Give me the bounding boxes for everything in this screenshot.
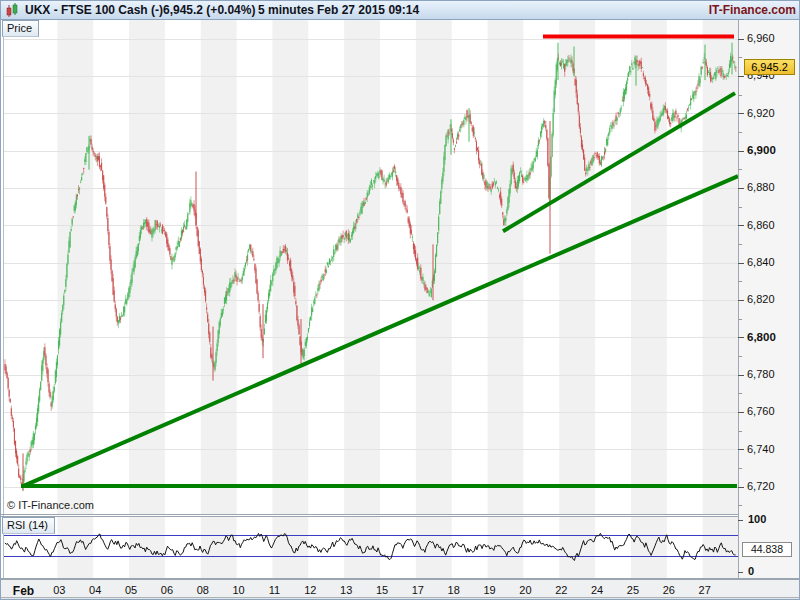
x-axis-label-06: 06 bbox=[161, 584, 173, 596]
y-axis-label-6780: 6,780 bbox=[747, 368, 797, 380]
y-axis-label-6860: 6,860 bbox=[747, 219, 797, 231]
copyright-watermark: © IT-Finance.com bbox=[7, 499, 94, 511]
x-axis-label-22: 22 bbox=[555, 584, 567, 596]
y-axis-label-6840: 6,840 bbox=[747, 256, 797, 268]
y-axis-label-6960: 6,960 bbox=[747, 32, 797, 44]
last-price-marker: 6,945.2 bbox=[744, 59, 795, 75]
x-axis-label-11: 11 bbox=[269, 584, 280, 596]
x-axis-label-15: 15 bbox=[376, 584, 388, 596]
y-axis-label-6820: 6,820 bbox=[747, 293, 797, 305]
x-axis-label-24: 24 bbox=[591, 584, 603, 596]
x-axis-label-12: 12 bbox=[304, 584, 316, 596]
x-axis-label-08: 08 bbox=[197, 584, 209, 596]
y-axis-label-6880: 6,880 bbox=[747, 181, 797, 193]
x-axis-label-20: 20 bbox=[519, 584, 531, 596]
x-axis-label-10: 10 bbox=[232, 584, 244, 596]
x-axis-label-13: 13 bbox=[340, 584, 352, 596]
x-axis-label-25: 25 bbox=[627, 584, 639, 596]
x-axis-label-04: 04 bbox=[89, 584, 101, 596]
x-axis-label-feb: Feb bbox=[13, 584, 34, 598]
y-axis-label-6720: 6,720 bbox=[747, 480, 797, 492]
y-axis-label-6800: 6,800 bbox=[747, 331, 797, 343]
x-axis-label-18: 18 bbox=[448, 584, 460, 596]
x-axis-label-05: 05 bbox=[125, 584, 137, 596]
y-axis-label-6760: 6,760 bbox=[747, 405, 797, 417]
y-axis-label-6920: 6,920 bbox=[747, 107, 797, 119]
x-axis-label-03: 03 bbox=[53, 584, 65, 596]
x-axis-label-17: 17 bbox=[412, 584, 424, 596]
tab-rsi[interactable]: RSI (14) bbox=[2, 517, 55, 534]
time-axis: Feb0304050608101112131517181920222425262… bbox=[1, 579, 800, 598]
rsi-axis-top-label: 100 bbox=[748, 513, 766, 525]
x-axis-label-26: 26 bbox=[663, 584, 675, 596]
rsi-value-marker: 44.838 bbox=[742, 542, 792, 557]
y-axis-label-6740: 6,740 bbox=[747, 443, 797, 455]
tab-price[interactable]: Price bbox=[2, 20, 39, 37]
chart-window: UKX - FTSE 100 Cash (-) 6,945.2 (+0.04%)… bbox=[0, 0, 800, 600]
rsi-axis-bottom-label: 0 bbox=[748, 565, 754, 577]
price-chart-canvas[interactable] bbox=[1, 1, 800, 600]
y-axis-label-6900: 6,900 bbox=[747, 144, 797, 156]
x-axis-label-19: 19 bbox=[483, 584, 495, 596]
x-axis-label-27: 27 bbox=[699, 584, 711, 596]
